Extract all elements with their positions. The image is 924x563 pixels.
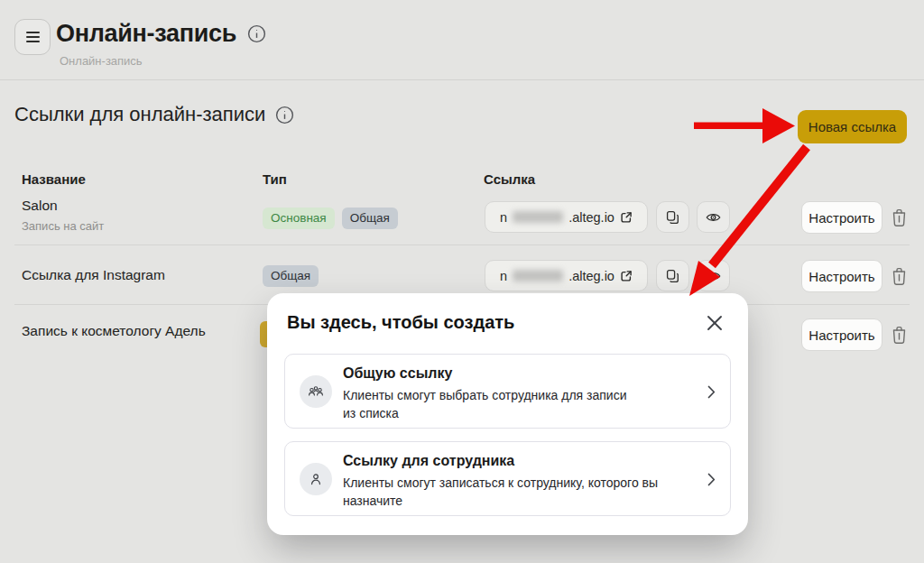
page-title: Онлайн-запись (56, 20, 236, 48)
option-description: из списка (343, 406, 399, 420)
trash-icon (891, 208, 908, 227)
external-link-icon (620, 270, 633, 282)
menu-icon (26, 32, 40, 33)
link-masked-part (513, 211, 563, 223)
badge-common: Общая (342, 208, 398, 229)
page-subtitle: Онлайн-запись (60, 54, 143, 68)
chevron-right-icon (707, 473, 716, 486)
single-person-icon (300, 463, 332, 495)
link-prefix: n (500, 269, 507, 283)
external-link-icon (620, 211, 633, 224)
booking-link[interactable]: n .alteg.io (485, 260, 648, 291)
delete-button[interactable] (889, 324, 909, 347)
new-link-button[interactable]: Новая ссылка (798, 110, 907, 143)
copy-link-button[interactable] (656, 201, 689, 233)
section-title: Ссылки для онлайн-записи (14, 103, 265, 126)
badge-common: Общая (263, 265, 319, 287)
link-masked-part (513, 270, 563, 282)
modal-close-button[interactable] (704, 313, 725, 335)
configure-button[interactable]: Настроить (801, 318, 882, 351)
header-divider (0, 79, 924, 80)
link-name: Salon (22, 198, 58, 214)
eye-icon (706, 211, 721, 224)
close-icon (705, 313, 725, 333)
modal-title: Вы здесь, чтобы создать (287, 312, 514, 333)
type-badges: Общая (263, 265, 319, 287)
column-header-name: Название (22, 171, 86, 187)
view-link-button[interactable] (697, 201, 730, 233)
option-description: Клиенты смогут записаться к сотруднику, … (343, 475, 658, 490)
delete-button[interactable] (889, 207, 909, 230)
info-icon[interactable] (247, 24, 266, 43)
option-description: Клиенты смогут выбрать сотрудника для за… (343, 388, 627, 402)
row-divider (14, 245, 910, 245)
copy-icon (666, 210, 679, 225)
annotation-arrowhead-right (762, 108, 795, 143)
badge-main: Основная (263, 208, 335, 229)
annotation-arrow-horizontal (694, 123, 764, 130)
copy-icon (666, 269, 679, 283)
link-name: Запись к косметологу Адель (22, 323, 206, 339)
section-heading: Ссылки для онлайн-записи (14, 103, 294, 126)
page-header: Онлайн-запись (56, 20, 266, 48)
eye-icon (706, 270, 721, 282)
trash-icon (891, 325, 908, 345)
option-title: Общую ссылку (343, 365, 452, 382)
create-link-modal: Вы здесь, чтобы создать Общую ссылку Кли… (267, 293, 748, 535)
column-header-link: Ссылка (484, 171, 535, 187)
option-employee-link[interactable]: Ссылку для сотрудника Клиенты смогут зап… (284, 441, 731, 516)
link-suffix: .alteg.io (568, 269, 614, 283)
copy-link-button[interactable] (656, 260, 689, 291)
people-group-icon (300, 375, 332, 408)
link-description: Запись на сайт (22, 219, 104, 233)
link-prefix: n (500, 210, 507, 225)
trash-icon (891, 266, 908, 286)
option-general-link[interactable]: Общую ссылку Клиенты смогут выбрать сотр… (284, 354, 731, 429)
chevron-right-icon (707, 385, 716, 399)
info-icon[interactable] (275, 106, 294, 125)
option-description: назначите (343, 494, 402, 508)
type-badges: Основная Общая (263, 208, 398, 229)
column-header-type: Тип (263, 171, 287, 187)
view-link-button[interactable] (697, 260, 730, 291)
delete-button[interactable] (889, 265, 909, 289)
hamburger-menu-button[interactable] (14, 19, 51, 55)
configure-button[interactable]: Настроить (801, 201, 882, 234)
option-title: Ссылку для сотрудника (343, 453, 514, 469)
link-suffix: .alteg.io (568, 210, 614, 225)
configure-button[interactable]: Настроить (801, 260, 882, 292)
online-booking-page: Онлайн-запись Онлайн-запись Ссылки для о… (0, 0, 924, 563)
link-name: Ссылка для Instagram (22, 267, 165, 283)
booking-link[interactable]: n .alteg.io (485, 201, 648, 233)
